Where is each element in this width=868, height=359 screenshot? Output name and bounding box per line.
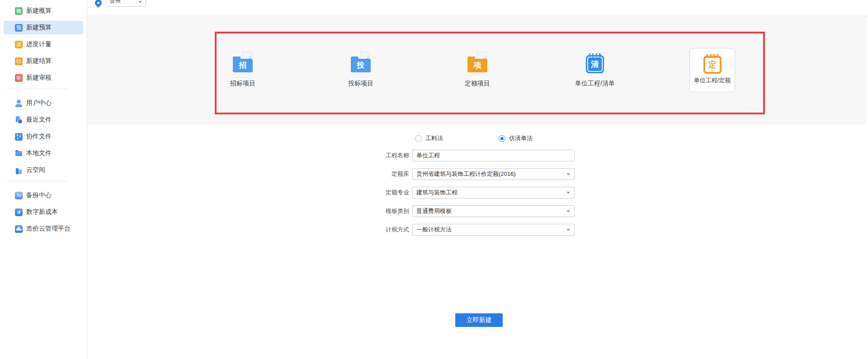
field-label: 工程名称 (355, 151, 409, 160)
sidebar-item-new-review[interactable]: 审新建审核 (4, 71, 83, 85)
sidebar-item-cost-cloud-platform[interactable]: 造价云管理平台 (4, 222, 83, 236)
field-value: 普通费用模板 (416, 207, 452, 215)
field-label: 定额库 (355, 170, 409, 178)
quota-project-icon: 项 (467, 50, 488, 73)
sidebar-item-new-estimate[interactable]: 概新建概算 (4, 4, 83, 18)
unit-project-quota-icon: 定 (703, 51, 722, 74)
sidebar-item-progress-measure[interactable]: 进进度计量 (4, 38, 83, 51)
jindu-badge-icon: 进 (15, 41, 23, 48)
project-type-label: 定额项目 (465, 80, 490, 88)
project-type-label: 单位工程/定额 (694, 76, 731, 85)
chevron-down-icon (566, 173, 570, 175)
project-type-unit-project-list[interactable]: 清单位工程/清单 (563, 50, 627, 88)
cloud-platform-icon (15, 225, 23, 233)
sidebar-item-label: 新建预算 (26, 24, 52, 32)
recent-files-icon (15, 116, 23, 124)
notepad-icon: 定 (703, 54, 722, 74)
chevron-down-icon (566, 229, 570, 231)
radio-quasi-list-method[interactable]: 仿清单法 (499, 135, 533, 142)
sidebar-item-label: 最近文件 (26, 116, 52, 124)
region-select[interactable]: 贵州 (106, 0, 146, 7)
sidebar-item-digital-cost[interactable]: 数字新成本 (4, 205, 83, 219)
sidebar-item-label: 本地文件 (26, 149, 52, 157)
select-template-type[interactable]: 普通费用模板 (412, 205, 575, 217)
yusuan-badge-icon: 预 (15, 24, 23, 32)
cloud-space-icon (15, 166, 23, 174)
notepad-body: 清 (586, 55, 604, 73)
sidebar-item-collab-files[interactable]: 协作文件 (4, 130, 83, 143)
project-type-bid-project[interactable]: 投投标项目 (329, 50, 392, 88)
icon-character: 清 (586, 55, 604, 73)
select-quota-major[interactable]: 建筑与装饰工程 (412, 187, 575, 198)
icon-character: 投 (351, 59, 371, 72)
notepad-body: 定 (703, 56, 722, 74)
project-type-label: 单位工程/清单 (575, 80, 615, 88)
field-label: 定额专业 (355, 189, 409, 197)
region-select-value: 贵州 (110, 0, 121, 5)
create-now-button[interactable]: 立即新建 (455, 313, 503, 327)
sidebar-groups: 概新建概算预新建预算进进度计量结新建结算审新建审核用户中心最近文件协作文件本地文… (0, 0, 87, 236)
location-pin-dot (97, 1, 100, 5)
collaboration-icon (15, 133, 23, 141)
field-value: 一般计税方法 (416, 226, 452, 234)
sidebar-item-label: 新建概算 (26, 7, 52, 15)
sidebar-item-label: 进度计量 (26, 40, 52, 48)
field-value: 贵州省建筑与装饰工程计价定额(2016) (416, 170, 516, 178)
sidebar-item-label: 用户中心 (26, 99, 52, 107)
sidebar: 概新建概算预新建预算进进度计量结新建结算审新建审核用户中心最近文件协作文件本地文… (0, 0, 87, 359)
select-tax-method[interactable]: 一般计税方法 (412, 224, 575, 236)
project-type-tender-project[interactable]: 招招标项目 (211, 50, 274, 88)
main-panel: 贵州 招招标项目投投标项目项定额项目清单位工程/清单定单位工程/定额 工料法仿清… (87, 0, 868, 359)
sidebar-divider (7, 181, 68, 181)
folder-document-icon: 项 (467, 52, 488, 73)
select-quota-library[interactable]: 贵州省建筑与装饰工程计价定额(2016) (412, 168, 575, 180)
sidebar-item-label: 新建审核 (26, 74, 52, 82)
sidebar-item-label: 新建结算 (26, 57, 52, 65)
field-value: 建筑与装饰工程 (416, 189, 458, 197)
project-type-quota-project[interactable]: 项定额项目 (446, 50, 509, 88)
project-type-label: 投标项目 (348, 80, 373, 88)
form-row-quota-library: 定额库贵州省建筑与装饰工程计价定额(2016) (355, 168, 575, 180)
radio-label: 仿清单法 (509, 134, 533, 142)
sidebar-item-label: 协作文件 (26, 132, 52, 141)
form-row-quota-major: 定额专业建筑与装饰工程 (355, 187, 575, 198)
icon-character: 招 (233, 59, 253, 72)
topbar: 贵州 (87, 0, 868, 16)
sidebar-item-local-files[interactable]: 本地文件 (4, 146, 83, 160)
input-project-name[interactable]: 单位工程 (412, 150, 575, 161)
unit-project-list-icon: 清 (586, 50, 604, 73)
project-type-label: 招标项目 (230, 80, 255, 88)
icon-character: 定 (703, 56, 722, 74)
backup-icon (15, 192, 23, 199)
sidebar-item-new-settlement[interactable]: 结新建结算 (4, 54, 83, 68)
sidebar-item-recent-files[interactable]: 最近文件 (4, 113, 83, 127)
sidebar-item-label: 备份中心 (26, 191, 52, 199)
bid-project-icon: 投 (350, 50, 372, 73)
radio-unselected-icon (415, 135, 422, 142)
folder-front: 招 (233, 59, 253, 72)
sidebar-item-backup-center[interactable]: 备份中心 (4, 189, 83, 202)
form-row-template-type: 模板类别普通费用模板 (355, 205, 575, 217)
project-type-unit-project-quota[interactable]: 定单位工程/定额 (689, 48, 735, 92)
field-value: 单位工程 (416, 151, 440, 160)
radio-labor-material-method[interactable]: 工料法 (415, 135, 443, 142)
jiesuan-badge-icon: 结 (15, 57, 23, 65)
app-window: 概新建概算预新建预算进进度计量结新建结算审新建审核用户中心最近文件协作文件本地文… (0, 0, 868, 359)
radio-selected-icon (499, 135, 505, 142)
sidebar-item-cloud-space[interactable]: 云空间 (4, 163, 83, 177)
gaisuan-badge-icon: 概 (15, 7, 23, 15)
folder-document-icon: 投 (350, 52, 372, 73)
chevron-down-icon (566, 210, 570, 213)
icon-character: 项 (467, 59, 487, 72)
field-label: 模板类别 (355, 207, 409, 215)
notepad-icon: 清 (586, 53, 604, 73)
sidebar-item-user-center[interactable]: 用户中心 (4, 96, 83, 110)
radio-label: 工料法 (425, 134, 443, 142)
sidebar-item-label: 数字新成本 (26, 208, 58, 216)
sidebar-item-new-budget[interactable]: 预新建预算 (4, 21, 83, 34)
sidebar-item-label: 云空间 (26, 166, 45, 174)
shenhe-badge-icon: 审 (15, 74, 23, 82)
folder-front: 项 (467, 59, 487, 72)
form-row-tax-method: 计税方式一般计税方法 (355, 224, 575, 236)
user-icon (15, 99, 23, 107)
